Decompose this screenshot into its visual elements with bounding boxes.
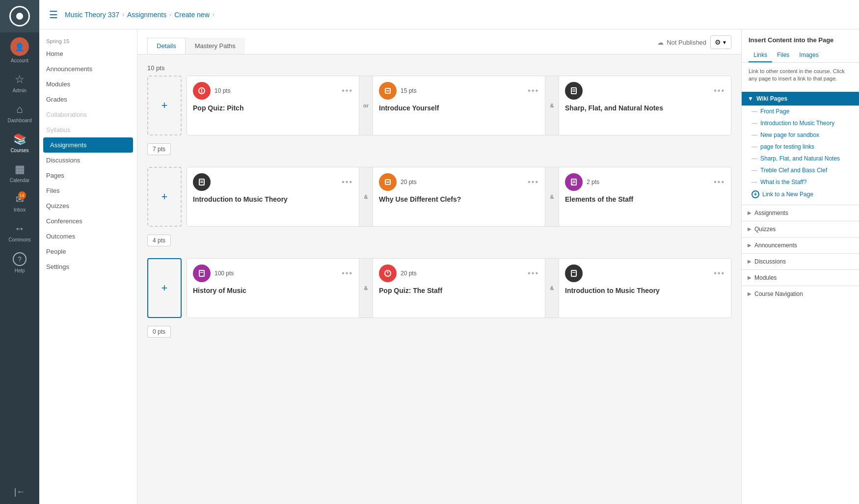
course-nav-discussions[interactable]: Discussions (39, 153, 137, 168)
course-nav-pages[interactable]: Pages (39, 168, 137, 183)
item-3-menu-button[interactable]: ••• (714, 86, 725, 95)
caret-right-icon-1: ▶ (748, 210, 752, 215)
breadcrumb-create-new[interactable]: Create new (174, 11, 210, 19)
item-7-menu-button[interactable]: ••• (342, 269, 353, 278)
collapsible-header-announcements[interactable]: ▶ Announcements (742, 238, 859, 253)
courses-icon: 📚 (13, 133, 27, 146)
item-1-header: 10 pts ••• (193, 82, 353, 100)
item-2-menu-button[interactable]: ••• (528, 86, 539, 95)
collapsible-header-course-navigation[interactable]: ▶ Course Navigation (742, 286, 859, 302)
wiki-item-sharp-flat[interactable]: — Sharp, Flat, and Natural Notes (742, 153, 859, 164)
collapsible-header-assignments[interactable]: ▶ Assignments (742, 205, 859, 221)
item-4-menu-button[interactable]: ••• (342, 178, 353, 186)
sidebar-item-calendar[interactable]: ▦ Calendar (0, 158, 39, 188)
item-7-title[interactable]: History of Music (193, 286, 353, 295)
assignment-item-5: 20 pts ••• Why Use Different Clefs? (373, 167, 545, 226)
item-6-menu-button[interactable]: ••• (714, 178, 725, 186)
sidebar-label-calendar: Calendar (10, 178, 30, 183)
sidebar-item-inbox[interactable]: ✉ 14 Inbox (0, 188, 39, 217)
add-page-icon: + (752, 190, 759, 198)
course-nav-quizzes[interactable]: Quizzes (39, 198, 137, 213)
add-item-button-3[interactable]: + (147, 258, 182, 318)
collapse-sidebar-button[interactable]: |← (0, 479, 39, 504)
plus-icon-2: + (161, 190, 168, 203)
dash-icon-4: — (752, 143, 757, 150)
wiki-pages-header[interactable]: ▼ Wiki Pages (742, 92, 859, 106)
publish-bar: ☁ Not Published ⚙ ▼ (657, 35, 731, 54)
wiki-item-treble-clef[interactable]: — Treble Clef and Bass Clef (742, 164, 859, 176)
item-9-title[interactable]: Introduction to Music Theory (565, 286, 725, 295)
wiki-item-testing[interactable]: — page for testing links (742, 141, 859, 153)
group-1-row: + 10 pts (147, 76, 731, 135)
breadcrumb-assignments[interactable]: Assignments (127, 11, 166, 19)
sidebar-item-admin[interactable]: ☆ Admin (0, 68, 39, 98)
svg-rect-17 (199, 270, 204, 276)
sidebar-label-inbox: Inbox (14, 207, 26, 212)
wiki-add-new-page[interactable]: + Link to a New Page (742, 188, 859, 201)
add-item-button-1[interactable]: + (147, 76, 182, 135)
sidebar-item-account[interactable]: 👤 Account (0, 32, 39, 68)
course-nav-modules[interactable]: Modules (39, 77, 137, 92)
sidebar-item-dashboard[interactable]: ⌂ Dashboard (0, 98, 39, 128)
course-nav-grades[interactable]: Grades (39, 92, 137, 107)
collapsible-header-modules[interactable]: ▶ Modules (742, 270, 859, 286)
course-nav-collaborations[interactable]: Collaborations (39, 107, 137, 122)
cloud-icon: ☁ (657, 39, 664, 46)
item-7-icon (193, 265, 211, 282)
course-nav-syllabus[interactable]: Syllabus (39, 122, 137, 137)
right-tab-images[interactable]: Images (794, 49, 823, 62)
gear-settings-button[interactable]: ⚙ ▼ (710, 35, 731, 49)
course-nav-people[interactable]: People (39, 244, 137, 259)
tab-details[interactable]: Details (147, 38, 186, 54)
item-8-menu-button[interactable]: ••• (528, 269, 539, 278)
item-9-header: ••• (565, 265, 725, 282)
breadcrumb-sep-2: › (169, 11, 171, 18)
right-tab-links[interactable]: Links (749, 49, 772, 62)
wiki-item-intro[interactable]: — Introduction to Music Theory (742, 117, 859, 129)
sidebar-item-courses[interactable]: 📚 Courses (0, 128, 39, 158)
wiki-item-what-is-staff[interactable]: — What is the Staff? (742, 176, 859, 188)
course-nav-home[interactable]: Home (39, 46, 137, 61)
item-3-title[interactable]: Sharp, Flat, and Natural Notes (565, 104, 725, 112)
breadcrumb-course[interactable]: Music Theory 337 (65, 11, 119, 19)
inbox-badge: 14 (18, 191, 26, 199)
item-5-title[interactable]: Why Use Different Clefs? (379, 195, 539, 204)
item-1-title[interactable]: Pop Quiz: Pitch (193, 104, 353, 112)
course-nav-settings[interactable]: Settings (39, 259, 137, 274)
item-6-icon (565, 173, 583, 191)
item-4-title[interactable]: Introduction to Music Theory (193, 195, 353, 204)
tab-mastery-paths[interactable]: Mastery Paths (186, 38, 245, 54)
course-nav-outcomes[interactable]: Outcomes (39, 229, 137, 244)
main-wrapper: ☰ Music Theory 337 › Assignments › Creat… (39, 0, 859, 504)
assignment-group-1: 10 pts + (147, 64, 731, 155)
dash-icon-3: — (752, 132, 757, 138)
hamburger-menu-button[interactable]: ☰ (49, 9, 58, 21)
item-5-menu-button[interactable]: ••• (528, 178, 539, 186)
add-item-button-2[interactable]: + (147, 167, 182, 227)
course-nav-files[interactable]: Files (39, 183, 137, 198)
collapsible-discussions: ▶ Discussions (742, 253, 859, 269)
wiki-item-sandbox[interactable]: — New page for sandbox (742, 129, 859, 141)
item-1-menu-button[interactable]: ••• (342, 86, 353, 95)
caret-right-icon-5: ▶ (748, 275, 752, 280)
content-area: Spring 15 Home Announcements Modules Gra… (39, 29, 859, 504)
course-term: Spring 15 (39, 34, 137, 46)
collapsible-header-discussions[interactable]: ▶ Discussions (742, 254, 859, 269)
sidebar-item-commons[interactable]: ↔ Commons (0, 217, 39, 247)
wiki-item-front-page[interactable]: — Front Page (742, 106, 859, 117)
sidebar-item-help[interactable]: ? Help (0, 247, 39, 278)
item-6-title[interactable]: Elements of the Staff (565, 195, 725, 204)
item-8-icon (379, 265, 397, 282)
item-8-title[interactable]: Pop Quiz: The Staff (379, 286, 539, 295)
item-9-menu-button[interactable]: ••• (714, 269, 725, 278)
caret-right-icon-4: ▶ (748, 259, 752, 264)
right-tab-files[interactable]: Files (772, 49, 794, 62)
item-2-title[interactable]: Introduce Yourself (379, 104, 539, 112)
item-2-header: 15 pts ••• (379, 82, 539, 100)
course-nav-announcements[interactable]: Announcements (39, 61, 137, 77)
connector-and-2: & (359, 167, 373, 226)
collapsible-header-quizzes[interactable]: ▶ Quizzes (742, 221, 859, 237)
course-nav-conferences[interactable]: Conferences (39, 213, 137, 229)
app-logo[interactable] (0, 0, 39, 32)
course-nav-assignments[interactable]: Assignments (43, 137, 133, 153)
